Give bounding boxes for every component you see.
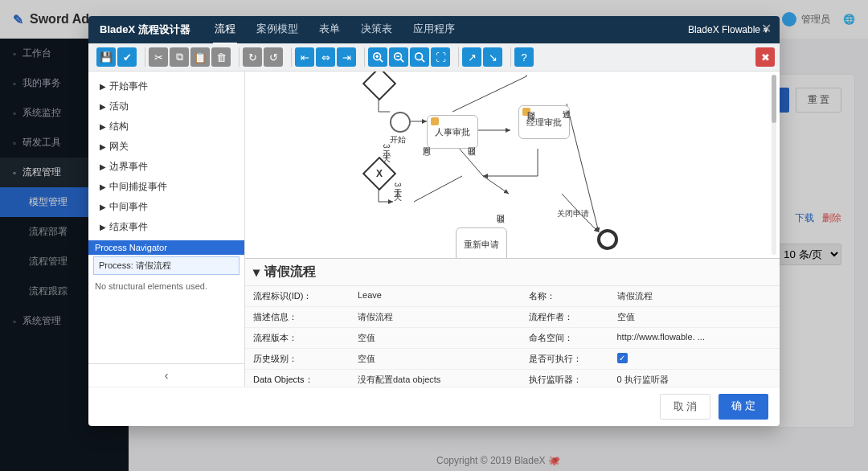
prop-key: 执行监听器： (521, 370, 609, 387)
properties-title[interactable]: ▾ 请假流程 (245, 259, 780, 286)
save-icon[interactable]: 💾 (96, 47, 116, 67)
header-tab[interactable]: 流程 (213, 16, 237, 44)
prop-value[interactable]: Leave (350, 286, 521, 307)
task-hr-approval[interactable]: 人事审批 (427, 115, 478, 149)
modal-header: BladeX 流程设计器 流程案例模型表单决策表应用程序 BladeX Flow… (88, 16, 780, 43)
left-panel: ▶开始事件▶活动▶结构▶网关▶边界事件▶中间捕捉事件▶中间事件▶结束事件▶泳道▶… (88, 72, 245, 387)
palette-item[interactable]: ▶开始事件 (88, 76, 244, 96)
caret-right-icon: ▶ (100, 102, 106, 111)
caret-right-icon: ▶ (100, 223, 106, 231)
align-left-icon[interactable]: ⇤ (295, 47, 314, 67)
zoom-fit-icon[interactable]: ⛶ (431, 47, 450, 67)
prop-key: 流程标识(ID)： (245, 286, 350, 307)
help-icon[interactable]: ? (514, 47, 534, 67)
undo-icon[interactable]: ↺ (264, 47, 283, 67)
validate-icon[interactable]: ✔ (117, 47, 137, 67)
palette-item[interactable]: ▶中间捕捉事件 (88, 177, 244, 197)
prop-value[interactable]: 0 执行监听器 (609, 370, 780, 387)
caret-right-icon: ▶ (100, 203, 106, 211)
palette-item[interactable]: ▶结束事件 (88, 217, 244, 237)
diagram-canvas[interactable]: 开始 人事审批 经理审批 重新申请 调整申请 X 小于3天 大于3天 同意 驳回… (245, 72, 780, 258)
palette-item[interactable]: ▶活动 (88, 96, 244, 117)
prop-value[interactable]: 请假流程 (609, 286, 780, 307)
palette-item[interactable]: ▶边界事件 (88, 157, 244, 177)
palette-item[interactable]: ▶网关 (88, 137, 244, 157)
modal-footer: 取 消 确 定 (88, 387, 780, 426)
properties-grid: 流程标识(ID)：Leave名称：请假流程描述信息：请假流程流程作者：空值流程版… (245, 286, 780, 387)
prop-key: 是否可执行： (521, 349, 609, 370)
prop-key: Data Objects： (245, 370, 350, 387)
header-dropdown-label: BladeX Flowable (688, 24, 760, 35)
checkbox-checked-icon[interactable]: ✓ (617, 353, 628, 363)
edge-gt3-label: 大于3天 (391, 182, 403, 187)
zoom-in-icon[interactable] (368, 47, 387, 67)
cancel-button[interactable]: 取 消 (660, 394, 711, 420)
palette-item[interactable]: ▶结构 (88, 117, 244, 137)
prop-key: 名称： (521, 286, 609, 307)
header-dropdown[interactable]: BladeX Flowable ▾ (688, 24, 768, 35)
prop-key: 流程版本： (245, 328, 350, 349)
diagram-edges (245, 72, 780, 258)
caret-right-icon: ▶ (100, 82, 106, 91)
process-navigator-selected[interactable]: Process: 请假流程 (93, 256, 240, 275)
zoom-out-icon[interactable] (389, 47, 408, 67)
modal-body: ▶开始事件▶活动▶结构▶网关▶边界事件▶中间捕捉事件▶中间事件▶结束事件▶泳道▶… (88, 72, 780, 387)
palette: ▶开始事件▶活动▶结构▶网关▶边界事件▶中间捕捉事件▶中间事件▶结束事件▶泳道▶… (88, 72, 244, 240)
header-tab[interactable]: 应用程序 (411, 16, 457, 44)
start-event-label: 开始 (390, 134, 406, 145)
process-navigator-header: Process Navigator (88, 240, 244, 255)
prop-key: 历史级别： (245, 349, 350, 370)
zoom-reset-icon[interactable] (410, 47, 429, 67)
close-toolbar-icon[interactable]: ✖ (755, 47, 775, 67)
task-mgr-approval[interactable]: 经理审批 (518, 105, 570, 139)
prop-key: 描述信息： (245, 307, 350, 328)
header-tab[interactable]: 案例模型 (255, 16, 300, 44)
align-right-icon[interactable]: ⇥ (337, 47, 356, 67)
prop-value[interactable]: http://www.flowable. ... (609, 328, 780, 349)
svg-line-8 (422, 59, 425, 63)
chevron-down-icon: ▾ (253, 264, 260, 280)
edge-lt3-label: 小于3天 (380, 144, 391, 149)
caret-right-icon: ▶ (100, 142, 106, 151)
move-front-icon[interactable]: ↗ (462, 47, 481, 67)
caret-right-icon: ▶ (100, 122, 106, 131)
properties-panel: ▾ 请假流程 流程标识(ID)：Leave名称：请假流程描述信息：请假流程流程作… (245, 258, 780, 387)
prop-key: 流程作者： (521, 307, 609, 328)
canvas-scrollbar-thumb[interactable] (772, 75, 776, 123)
edge-close-label: 关闭申请 (557, 208, 589, 219)
redo-icon[interactable]: ↻ (243, 47, 262, 67)
header-tab[interactable]: 表单 (317, 16, 342, 44)
header-tab[interactable]: 决策表 (359, 16, 394, 44)
delete-icon[interactable]: 🗑 (211, 47, 231, 67)
caret-right-icon: ▶ (100, 162, 106, 171)
prop-value[interactable]: 没有配置data objects (350, 370, 521, 387)
move-back-icon[interactable]: ↘ (483, 47, 502, 67)
close-icon[interactable]: ✕ (761, 21, 772, 36)
prop-key: 命名空间： (521, 328, 609, 349)
cut-icon[interactable]: ✂ (149, 47, 168, 67)
ok-button[interactable]: 确 定 (719, 394, 768, 420)
header-tabs: 流程案例模型表单决策表应用程序 (213, 16, 457, 44)
prop-value[interactable]: 空值 (350, 349, 521, 370)
designer-modal: ✕ BladeX 流程设计器 流程案例模型表单决策表应用程序 BladeX Fl… (88, 16, 780, 426)
align-center-icon[interactable]: ⇔ (316, 47, 335, 67)
palette-item[interactable]: ▶中间事件 (88, 197, 244, 217)
task-reapply[interactable]: 重新申请 (456, 227, 507, 258)
process-navigator-note: No structural elements used. (88, 276, 244, 363)
prop-value[interactable]: ✓ (609, 349, 780, 370)
end-event[interactable] (597, 229, 618, 250)
toolbar: 💾 ✔ ✂ ⧉ 📋 🗑 ↻ ↺ ⇤ ⇔ ⇥ ⛶ ↗ ↘ ? (88, 43, 780, 72)
caret-right-icon: ▶ (100, 182, 106, 191)
svg-line-1 (380, 59, 383, 63)
start-event[interactable] (390, 112, 411, 133)
prop-value[interactable]: 请假流程 (350, 307, 521, 328)
paste-icon[interactable]: 📋 (190, 47, 210, 67)
svg-line-5 (401, 59, 404, 63)
prop-value[interactable]: 空值 (350, 328, 521, 349)
prop-value[interactable]: 空值 (609, 307, 780, 328)
copy-icon[interactable]: ⧉ (170, 47, 189, 67)
modal-title: BladeX 流程设计器 (100, 23, 190, 37)
collapse-left-icon[interactable]: ‹ (88, 363, 244, 387)
svg-point-7 (416, 53, 423, 60)
canvas-column: 开始 人事审批 经理审批 重新申请 调整申请 X 小于3天 大于3天 同意 驳回… (245, 72, 780, 387)
